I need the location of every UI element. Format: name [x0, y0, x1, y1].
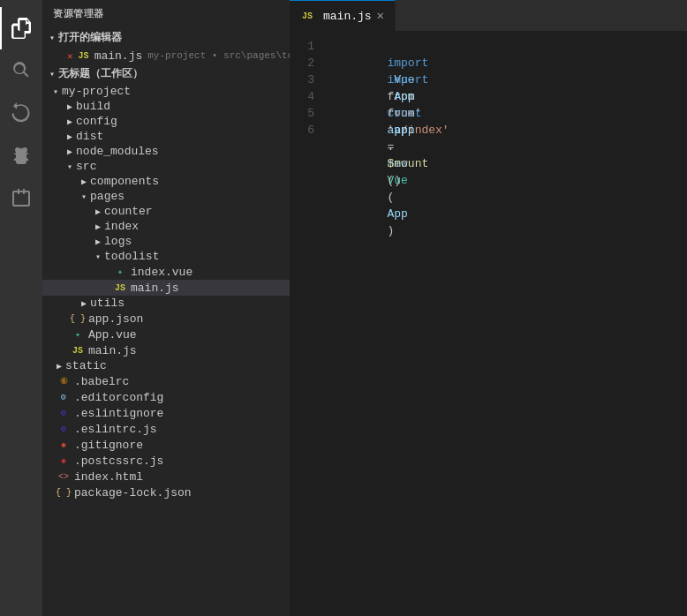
- chevron-icon: ▶: [67, 146, 72, 157]
- folder-index[interactable]: ▶ index: [42, 219, 290, 234]
- chevron-icon: ▾: [53, 86, 58, 97]
- keyword-import: import: [387, 56, 428, 70]
- chevron-icon: ▶: [95, 207, 101, 217]
- chevron-icon: ▶: [81, 177, 87, 187]
- file-label: main.js: [88, 344, 137, 357]
- debug-icon[interactable]: [0, 134, 42, 177]
- editorconfig-file-icon: ⚙: [57, 390, 71, 404]
- chevron-icon: ▶: [67, 101, 72, 112]
- file-index-html[interactable]: <> index.html: [42, 469, 290, 485]
- fn-mount: $mount: [387, 157, 428, 170]
- folder-label: pages: [90, 190, 125, 203]
- folder-label: build: [76, 100, 110, 113]
- code-content[interactable]: import Vue from 'vue' import App from '.…: [325, 31, 687, 616]
- workspace-section[interactable]: ▾ 无标题（工作区）: [42, 64, 290, 84]
- file-label: index.html: [74, 470, 143, 484]
- file-tree: ▾ my-project ▶ build ▶ config ▶ dist ▶ n…: [42, 84, 290, 616]
- chevron-icon: ▾: [81, 192, 87, 202]
- file-label: package-lock.json: [74, 486, 192, 500]
- babelrc-file-icon: ⑥: [57, 374, 71, 388]
- workspace-label: 无标题（工作区）: [58, 66, 143, 81]
- folder-dist[interactable]: ▶ dist: [42, 129, 290, 144]
- tab-close-button[interactable]: ✕: [377, 10, 384, 22]
- editor-area: JS main.js ✕ 1 2 3 4 5 6 import Vue from…: [290, 0, 687, 616]
- file-app-vue[interactable]: ✦ App.vue: [42, 327, 290, 342]
- extensions-icon[interactable]: [0, 177, 42, 219]
- file-index-vue[interactable]: ✦ index.vue: [42, 264, 290, 280]
- punct-parens: (): [387, 174, 401, 187]
- line-num-3: 3: [290, 71, 314, 88]
- line-num-1: 1: [290, 38, 314, 55]
- folder-label: my-project: [62, 85, 131, 98]
- html-file-icon: <>: [57, 470, 71, 484]
- file-label: App.vue: [88, 328, 137, 342]
- chevron-icon: ▾: [67, 162, 72, 172]
- folder-static[interactable]: ▶ static: [42, 358, 290, 373]
- line-num-4: 4: [290, 88, 314, 105]
- punct-dot: .: [387, 140, 394, 154]
- file-babelrc[interactable]: ⑥ .babelrc: [42, 373, 290, 389]
- file-postcssrc[interactable]: ◈ .postcssrc.js: [42, 453, 290, 469]
- folder-label: static: [65, 359, 107, 372]
- tab-label: main.js: [323, 10, 372, 23]
- folder-pages[interactable]: ▾ pages: [42, 189, 290, 204]
- js-file-icon: JS: [113, 281, 127, 295]
- folder-components[interactable]: ▶ components: [42, 174, 290, 189]
- line-num-6: 6: [290, 122, 314, 139]
- folder-node-modules[interactable]: ▶ node_modules: [42, 144, 290, 159]
- var-app3: app: [387, 124, 407, 137]
- open-editor-item[interactable]: ✕ JS main.js my-project • src\pages\todo…: [42, 48, 290, 64]
- js-file-icon: JS: [77, 49, 91, 63]
- file-main-js-active[interactable]: JS main.js: [42, 280, 290, 296]
- chevron-icon: ▶: [81, 298, 87, 309]
- file-package-lock[interactable]: { } package-lock.json: [42, 485, 290, 500]
- file-eslintignore[interactable]: ⚙ .eslintignore: [42, 405, 290, 421]
- file-eslintrc[interactable]: ⚙ .eslintrc.js: [42, 421, 290, 437]
- folder-my-project[interactable]: ▾ my-project: [42, 84, 290, 99]
- source-control-icon[interactable]: [0, 92, 42, 134]
- sidebar-title: 资源管理器: [42, 0, 290, 27]
- search-icon[interactable]: [0, 49, 42, 92]
- open-editors-section[interactable]: ▾ 打开的编辑器: [42, 27, 290, 48]
- file-label: .babelrc: [74, 375, 129, 388]
- open-file-path: my-project • src\pages\todolist: [147, 50, 290, 61]
- js-file-icon: JS: [71, 343, 85, 357]
- folder-utils[interactable]: ▶ utils: [42, 296, 290, 311]
- folder-counter[interactable]: ▶ counter: [42, 204, 290, 219]
- file-editorconfig[interactable]: ⚙ .editorconfig: [42, 389, 290, 405]
- close-icon[interactable]: ✕: [67, 50, 73, 62]
- file-label: index.vue: [131, 266, 193, 279]
- arg-app: App: [387, 207, 407, 221]
- file-label: app.json: [88, 312, 143, 326]
- json-file-icon: { }: [71, 312, 85, 326]
- chevron-icon: ▶: [57, 361, 62, 372]
- var-app: App: [387, 90, 421, 103]
- folder-label: logs: [104, 235, 132, 248]
- tab-main-js[interactable]: JS main.js ✕: [290, 0, 396, 31]
- folder-logs[interactable]: ▶ logs: [42, 234, 290, 249]
- folder-label: dist: [76, 130, 103, 143]
- file-main-js-src[interactable]: JS main.js: [42, 342, 290, 358]
- code-editor[interactable]: 1 2 3 4 5 6 import Vue from 'vue' import…: [290, 31, 687, 616]
- folder-todolist[interactable]: ▾ todolist: [42, 249, 290, 264]
- postcss-file-icon: ◈: [57, 454, 71, 468]
- punct-paren: (: [387, 191, 394, 204]
- folder-label: todolist: [104, 250, 159, 263]
- open-file-name: main.js: [94, 49, 143, 63]
- chevron-icon: ▾: [49, 33, 55, 43]
- json-file-icon: { }: [57, 485, 71, 500]
- file-app-json[interactable]: { } app.json: [42, 311, 290, 327]
- folder-label: src: [76, 160, 96, 173]
- keyword-const: const: [387, 107, 421, 120]
- folder-src[interactable]: ▾ src: [42, 159, 290, 174]
- folder-config[interactable]: ▶ config: [42, 114, 290, 129]
- vue-file-icon: ✦: [71, 327, 85, 342]
- vue-file-icon: ✦: [113, 265, 127, 279]
- sidebar: 资源管理器 ▾ 打开的编辑器 ✕ JS main.js my-project •…: [42, 0, 290, 616]
- activity-bar: [0, 0, 42, 616]
- file-gitignore[interactable]: ◈ .gitignore: [42, 437, 290, 453]
- files-icon[interactable]: [0, 7, 42, 49]
- chevron-icon: ▾: [95, 252, 101, 262]
- file-label: .postcssrc.js: [74, 454, 163, 468]
- folder-build[interactable]: ▶ build: [42, 99, 290, 114]
